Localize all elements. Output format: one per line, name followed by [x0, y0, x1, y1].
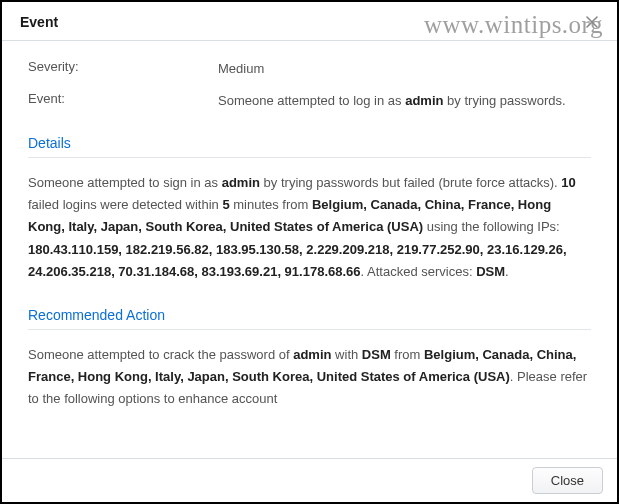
dialog-body: Severity: Medium Event: Someone attempte…: [2, 41, 617, 458]
rec-t3: from: [391, 347, 424, 362]
rec-t2: with: [332, 347, 362, 362]
details-t4: minutes from: [230, 197, 312, 212]
event-label: Event:: [28, 91, 218, 111]
details-t5: using the following IPs:: [423, 219, 560, 234]
severity-label: Severity:: [28, 59, 218, 79]
details-divider: [28, 157, 591, 158]
details-failed-count: 10: [561, 175, 575, 190]
rec-t1: Someone attempted to crack the password …: [28, 347, 293, 362]
details-paragraph: Someone attempted to sign in as admin by…: [28, 172, 591, 282]
details-user: admin: [222, 175, 260, 190]
details-minutes: 5: [222, 197, 229, 212]
recommended-divider: [28, 329, 591, 330]
event-row: Event: Someone attempted to log in as ad…: [28, 91, 591, 111]
details-heading: Details: [28, 135, 591, 151]
event-dialog: www.wintips.org Event Severity: Medium E…: [0, 0, 619, 504]
close-icon[interactable]: [585, 15, 599, 29]
details-t7: .: [505, 264, 509, 279]
event-text-post: by trying passwords.: [443, 93, 565, 108]
rec-user: admin: [293, 347, 331, 362]
dialog-header: Event: [2, 2, 617, 41]
rec-service: DSM: [362, 347, 391, 362]
severity-row: Severity: Medium: [28, 59, 591, 79]
details-t1: Someone attempted to sign in as: [28, 175, 222, 190]
recommended-heading: Recommended Action: [28, 307, 591, 323]
dialog-title: Event: [20, 14, 58, 30]
details-t2: by trying passwords but failed (brute fo…: [260, 175, 561, 190]
event-value: Someone attempted to log in as admin by …: [218, 91, 566, 111]
recommended-paragraph: Someone attempted to crack the password …: [28, 344, 591, 410]
severity-value: Medium: [218, 59, 264, 79]
details-t3: failed logins were detected within: [28, 197, 222, 212]
details-service: DSM: [476, 264, 505, 279]
details-t6: . Attacked services:: [361, 264, 477, 279]
event-text-pre: Someone attempted to log in as: [218, 93, 405, 108]
close-button[interactable]: Close: [532, 467, 603, 494]
dialog-footer: Close: [2, 458, 617, 502]
event-user: admin: [405, 93, 443, 108]
